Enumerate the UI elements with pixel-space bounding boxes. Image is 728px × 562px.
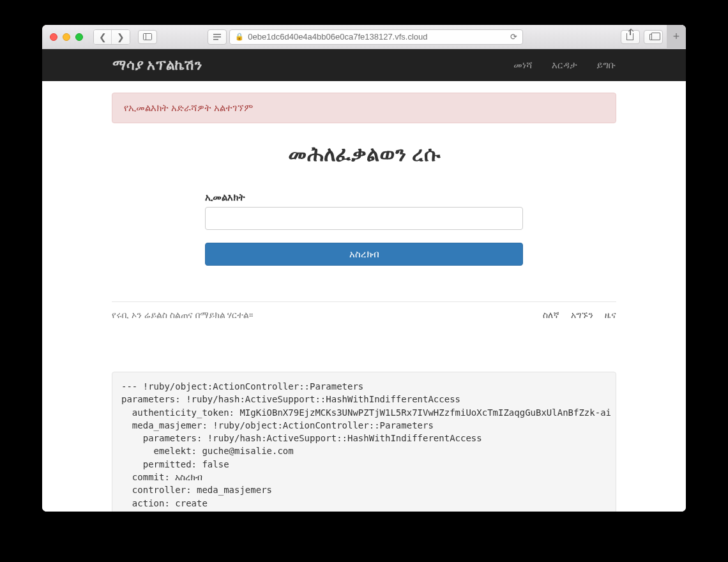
footer-link-news[interactable]: ዜና [605,310,616,321]
app-navbar: ማሳያ አፕልኬሽን መነሻ እርዳታ ይግቡ [42,49,686,81]
debug-dump: --- !ruby/object:ActionController::Param… [112,372,616,512]
nav-links: መነሻ እርዳታ ይግቡ [513,59,616,71]
sidebar-icon [143,33,152,40]
submit-button[interactable]: አስረክብ [205,243,523,266]
titlebar: ❮ ❯ 🔒 0ebe1dc6d40e4a4bb06e0ca7fe138127.v… [42,25,686,49]
share-button[interactable] [621,30,640,44]
address-bar-wrap: 🔒 0ebe1dc6d40e4a4bb06e0ca7fe138127.vfs.c… [208,29,523,45]
back-button[interactable]: ❮ [94,30,112,44]
right-controls: + [621,25,678,49]
brand[interactable]: ማሳያ አፕልኬሽን [112,57,202,73]
maximize-window-button[interactable] [75,33,83,41]
share-icon [626,33,633,40]
footer: የሩቢ ኦን ሬይልስ ስልጠና በማይክል ሃርተል፡፡ ስለኛ አግኙን ዜ… [112,301,616,321]
reader-mode-button[interactable] [208,29,227,45]
tabs-button[interactable] [644,30,663,44]
sidebar-toggle-button[interactable] [138,30,157,44]
alert-danger: የኢመልእክት አድራሻዎት አልተገኘም [112,93,616,123]
close-window-button[interactable] [50,33,57,41]
tabs-icon [649,34,657,40]
browser-window: ❮ ❯ 🔒 0ebe1dc6d40e4a4bb06e0ca7fe138127.v… [42,25,686,512]
email-field[interactable] [205,207,523,230]
container: የኢመልእክት አድራሻዎት አልተገኘም መሕለፈቃልወን ረሱ ኢመልእክት… [112,93,616,333]
footer-link-contact[interactable]: አግኙን [571,310,593,321]
url-text: 0ebe1dc6d40e4a4bb06e0ca7fe138127.vfs.clo… [248,32,506,42]
minimize-window-button[interactable] [63,33,70,41]
address-bar[interactable]: 🔒 0ebe1dc6d40e4a4bb06e0ca7fe138127.vfs.c… [229,29,523,45]
window-controls [50,33,83,41]
nav-buttons: ❮ ❯ [93,29,130,45]
footer-credit: የሩቢ ኦን ሬይልስ ስልጠና በማይክል ሃርተል፡፡ [112,310,253,321]
footer-link-about[interactable]: ስለኛ [543,310,559,321]
lock-icon: 🔒 [235,33,244,41]
nav-link-help[interactable]: እርዳታ [552,59,577,71]
nav-link-login[interactable]: ይግቡ [596,59,616,71]
forgot-password-form: ኢመልእክት አስረክብ [205,192,523,266]
new-tab-button[interactable]: + [667,25,686,49]
reload-icon[interactable]: ⟳ [510,32,517,42]
page-content[interactable]: ማሳያ አፕልኬሽን መነሻ እርዳታ ይግቡ የኢመልእክት አድራሻዎት አ… [42,49,686,512]
page-title: መሕለፈቃልወን ረሱ [112,142,616,166]
reader-icon [213,34,221,40]
forward-button[interactable]: ❯ [112,30,130,44]
nav-link-home[interactable]: መነሻ [513,59,533,71]
email-label: ኢመልእክት [205,192,523,203]
footer-links: ስለኛ አግኙን ዜና [543,310,616,321]
